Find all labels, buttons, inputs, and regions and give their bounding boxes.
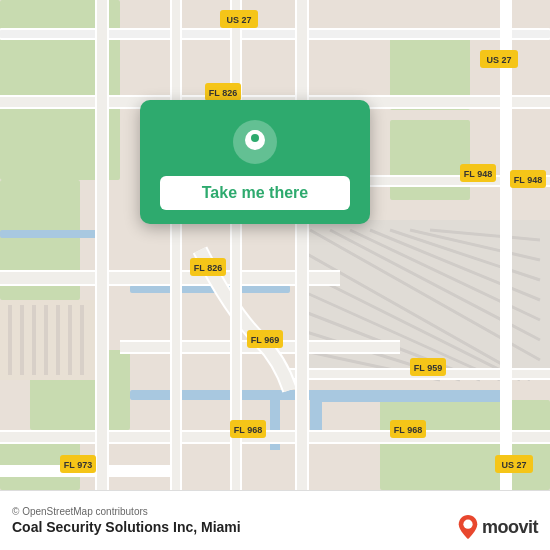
- svg-rect-53: [97, 0, 107, 490]
- location-pin-icon: [231, 118, 279, 166]
- moovit-pin-icon: [457, 514, 479, 540]
- svg-rect-57: [232, 0, 240, 490]
- svg-text:FL 948: FL 948: [514, 175, 542, 185]
- svg-rect-23: [0, 300, 100, 380]
- svg-text:FL 826: FL 826: [194, 263, 222, 273]
- svg-rect-38: [0, 30, 550, 38]
- svg-text:US 27: US 27: [226, 15, 251, 25]
- svg-rect-34: [310, 390, 510, 402]
- svg-rect-60: [500, 0, 512, 490]
- svg-point-88: [251, 134, 259, 142]
- svg-rect-59: [297, 0, 307, 490]
- svg-text:FL 969: FL 969: [251, 335, 279, 345]
- location-card: Take me there: [140, 100, 370, 224]
- svg-rect-55: [172, 0, 180, 490]
- moovit-brand-text: moovit: [482, 517, 538, 538]
- map-svg: US 27 US 27 FL 826 FL 948 FL 826 FL 969 …: [0, 0, 550, 490]
- svg-text:US 27: US 27: [486, 55, 511, 65]
- svg-text:FL 959: FL 959: [414, 363, 442, 373]
- map-container: US 27 US 27 FL 826 FL 948 FL 826 FL 969 …: [0, 0, 550, 490]
- moovit-logo: moovit: [457, 514, 538, 540]
- svg-rect-31: [130, 285, 290, 293]
- svg-text:FL 973: FL 973: [64, 460, 92, 470]
- bottom-bar: © OpenStreetMap contributors Coal Securi…: [0, 490, 550, 550]
- svg-rect-8: [380, 400, 550, 490]
- take-me-there-button[interactable]: Take me there: [160, 176, 350, 210]
- svg-text:FL 826: FL 826: [209, 88, 237, 98]
- svg-text:FL 948: FL 948: [464, 169, 492, 179]
- svg-text:FL 968: FL 968: [394, 425, 422, 435]
- svg-text:US 27: US 27: [501, 460, 526, 470]
- svg-rect-50: [0, 432, 550, 442]
- svg-text:FL 968: FL 968: [234, 425, 262, 435]
- svg-rect-36: [0, 230, 100, 238]
- svg-point-89: [463, 520, 472, 529]
- svg-rect-4: [390, 120, 470, 200]
